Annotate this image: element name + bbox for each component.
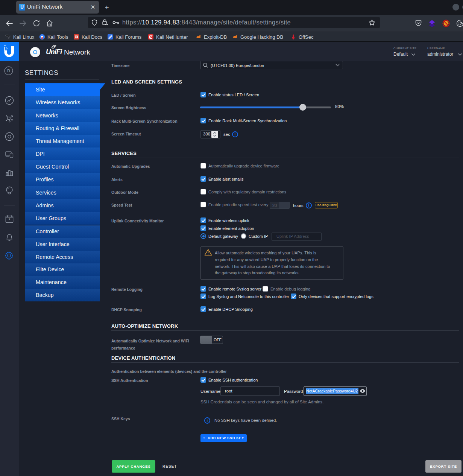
svg-text:D: D [7, 69, 10, 73]
svg-text:*: * [9, 217, 11, 223]
